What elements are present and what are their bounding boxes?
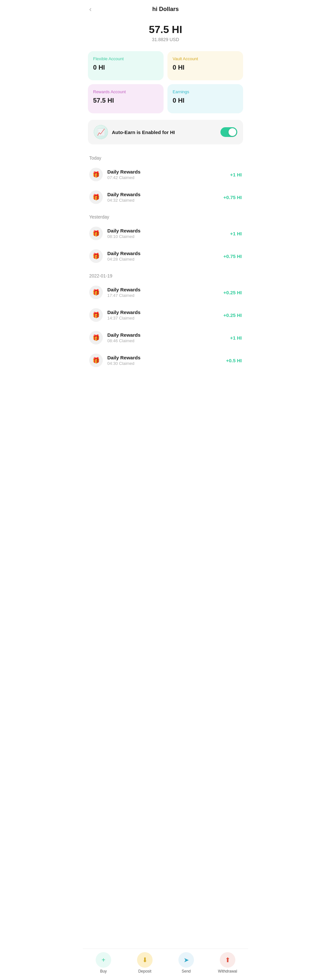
section-label-2: 2022-01-19: [83, 267, 248, 281]
gift-icon: 🎁: [89, 168, 103, 181]
section-label-0: Today: [83, 150, 248, 163]
account-value-earnings: 0 HI: [173, 97, 238, 104]
nav-item-deposit[interactable]: ⬇ Deposit: [133, 952, 156, 974]
transaction-item[interactable]: 🎁 Daily Rewards 04:28 Claimed +0.75 HI: [83, 245, 248, 267]
nav-item-buy[interactable]: + Buy: [92, 952, 115, 974]
account-card-vault[interactable]: Vault Account 0 HI: [168, 51, 243, 80]
buy-icon: +: [96, 952, 111, 968]
gift-icon: 🎁: [89, 308, 103, 322]
tx-title: Daily Rewards: [107, 310, 219, 315]
tx-title: Daily Rewards: [107, 169, 226, 175]
account-card-rewards[interactable]: Rewards Account 57.5 HI: [88, 84, 163, 113]
gift-icon: 🎁: [89, 227, 103, 240]
auto-earn-text: Auto-Earn is Enabled for HI: [112, 129, 217, 135]
account-value-rewards: 57.5 HI: [93, 97, 158, 104]
gift-icon: 🎁: [89, 190, 103, 204]
deposit-icon: ⬇: [137, 952, 152, 968]
tx-subtitle: 04:32 Claimed: [107, 198, 219, 203]
withdrawal-label: Withdrawal: [218, 969, 237, 974]
tx-info: Daily Rewards 08:10 Claimed: [107, 228, 226, 239]
tx-subtitle: 08:46 Claimed: [107, 338, 226, 343]
tx-title: Daily Rewards: [107, 251, 219, 256]
account-value-vault: 0 HI: [173, 64, 238, 71]
deposit-label: Deposit: [138, 969, 152, 974]
tx-subtitle: 04:28 Claimed: [107, 257, 219, 262]
withdrawal-icon: ⬆: [220, 952, 235, 968]
tx-subtitle: 14:37 Claimed: [107, 316, 219, 320]
auto-earn-icon: 📈: [94, 125, 108, 139]
tx-info: Daily Rewards 08:46 Claimed: [107, 332, 226, 343]
send-label: Send: [182, 969, 191, 974]
tx-amount: +0.5 HI: [226, 358, 242, 363]
tx-title: Daily Rewards: [107, 355, 222, 360]
section-label-1: Yesterday: [83, 208, 248, 222]
buy-label: Buy: [100, 969, 107, 974]
tx-amount: +1 HI: [230, 335, 242, 340]
transaction-item[interactable]: 🎁 Daily Rewards 04:32 Claimed +0.75 HI: [83, 186, 248, 208]
account-value-flexible: 0 HI: [93, 64, 158, 71]
account-label-rewards: Rewards Account: [93, 89, 158, 94]
tx-title: Daily Rewards: [107, 287, 219, 292]
nav-item-send[interactable]: ➤ Send: [175, 952, 198, 974]
tx-amount: +1 HI: [230, 231, 242, 236]
account-label-vault: Vault Account: [173, 56, 238, 61]
tx-amount: +1 HI: [230, 172, 242, 177]
send-icon: ➤: [179, 952, 194, 968]
transactions-container: Today 🎁 Daily Rewards 07:42 Claimed +1 H…: [83, 150, 248, 372]
transaction-item[interactable]: 🎁 Daily Rewards 17:47 Claimed +0.25 HI: [83, 281, 248, 304]
transaction-item[interactable]: 🎁 Daily Rewards 08:46 Claimed +1 HI: [83, 326, 248, 349]
tx-subtitle: 07:42 Claimed: [107, 175, 226, 180]
account-label-earnings: Earnings: [173, 89, 238, 94]
gift-icon: 🎁: [89, 249, 103, 263]
tx-info: Daily Rewards 07:42 Claimed: [107, 169, 226, 180]
header: ‹ hi Dollars: [83, 0, 248, 16]
bottom-nav: + Buy ⬇ Deposit ➤ Send ⬆ Withdrawal: [83, 948, 248, 980]
account-card-earnings[interactable]: Earnings 0 HI: [168, 84, 243, 113]
tx-title: Daily Rewards: [107, 228, 226, 234]
tx-info: Daily Rewards 04:30 Claimed: [107, 355, 222, 366]
gift-icon: 🎁: [89, 331, 103, 344]
page-title: hi Dollars: [152, 6, 179, 13]
gift-icon: 🎁: [89, 353, 103, 367]
auto-earn-toggle[interactable]: [220, 127, 237, 137]
transaction-item[interactable]: 🎁 Daily Rewards 07:42 Claimed +1 HI: [83, 163, 248, 186]
tx-title: Daily Rewards: [107, 192, 219, 197]
transaction-item[interactable]: 🎁 Daily Rewards 08:10 Claimed +1 HI: [83, 222, 248, 245]
gift-icon: 🎁: [89, 286, 103, 299]
tx-info: Daily Rewards 17:47 Claimed: [107, 287, 219, 298]
balance-section: 57.5 HI 31.8829 USD: [83, 16, 248, 47]
transaction-item[interactable]: 🎁 Daily Rewards 14:37 Claimed +0.25 HI: [83, 304, 248, 326]
tx-subtitle: 17:47 Claimed: [107, 293, 219, 298]
tx-amount: +0.75 HI: [223, 253, 242, 259]
total-balance: 57.5 HI: [89, 24, 242, 36]
transaction-item[interactable]: 🎁 Daily Rewards 04:30 Claimed +0.5 HI: [83, 349, 248, 372]
account-label-flexible: Flexible Account: [93, 56, 158, 61]
accounts-grid: Flexible Account 0 HI Vault Account 0 HI…: [83, 47, 248, 117]
toggle-knob: [228, 128, 236, 136]
balance-usd: 31.8829 USD: [89, 37, 242, 42]
tx-subtitle: 04:30 Claimed: [107, 361, 222, 366]
auto-earn-banner: 📈 Auto-Earn is Enabled for HI: [88, 120, 243, 145]
account-card-flexible[interactable]: Flexible Account 0 HI: [88, 51, 163, 80]
back-button[interactable]: ‹: [89, 5, 92, 14]
nav-item-withdrawal[interactable]: ⬆ Withdrawal: [216, 952, 239, 974]
tx-info: Daily Rewards 04:32 Claimed: [107, 192, 219, 203]
tx-amount: +0.75 HI: [223, 194, 242, 200]
tx-title: Daily Rewards: [107, 332, 226, 338]
tx-info: Daily Rewards 04:28 Claimed: [107, 251, 219, 262]
tx-info: Daily Rewards 14:37 Claimed: [107, 310, 219, 320]
tx-amount: +0.25 HI: [223, 312, 242, 318]
tx-amount: +0.25 HI: [223, 290, 242, 295]
tx-subtitle: 08:10 Claimed: [107, 234, 226, 239]
